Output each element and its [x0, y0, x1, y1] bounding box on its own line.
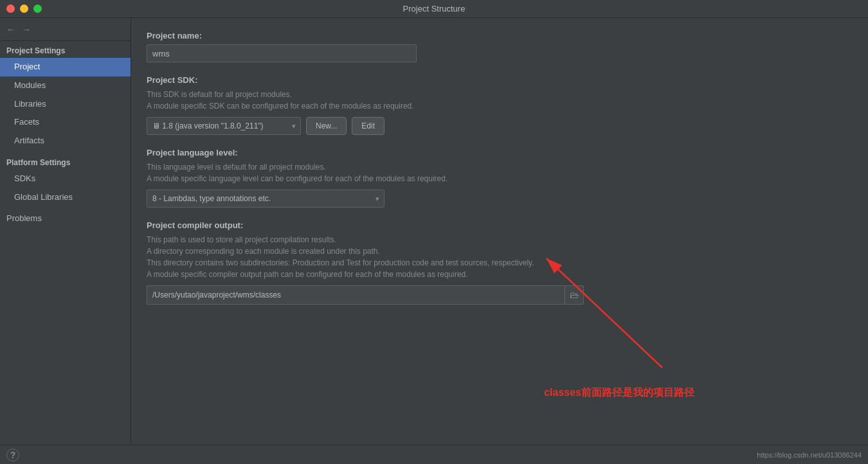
title-bar: Project Structure — [0, 0, 868, 18]
language-level-group: Project language level: This language le… — [147, 148, 853, 208]
sdk-select[interactable]: 🖥 1.8 (java version "1.8.0_211") — [147, 117, 301, 135]
content: Project name: Project SDK: This SDK is d… — [131, 18, 868, 330]
sidebar-item-problems[interactable]: Problems — [0, 207, 131, 228]
platform-settings-header: Platform Settings — [0, 153, 131, 170]
folder-browse-button[interactable]: 🗁 — [565, 285, 584, 305]
maximize-button[interactable] — [33, 4, 42, 13]
sidebar-item-artifacts[interactable]: Artifacts — [0, 132, 131, 150]
project-sdk-group: Project SDK: This SDK is default for all… — [147, 75, 853, 135]
project-name-group: Project name: — [147, 31, 853, 62]
language-level-select-wrapper: 8 - Lambdas, type annotations etc. — [147, 190, 384, 208]
compiler-output-group: Project compiler output: This path is us… — [147, 220, 853, 305]
sidebar-item-modules[interactable]: Modules — [0, 76, 131, 95]
project-sdk-label: Project SDK: — [147, 75, 853, 85]
sidebar-item-project[interactable]: Project — [0, 58, 131, 76]
sidebar-item-sdks[interactable]: SDKs — [0, 170, 131, 188]
forward-arrow[interactable]: → — [22, 24, 31, 35]
language-level-select[interactable]: 8 - Lambdas, type annotations etc. — [147, 190, 384, 208]
compiler-output-row: 🗁 — [147, 285, 853, 305]
back-arrow[interactable]: ← — [6, 24, 15, 35]
sidebar-item-global-libraries[interactable]: Global Libraries — [0, 188, 131, 207]
sdk-edit-button[interactable]: Edit — [352, 117, 384, 135]
language-level-desc: This language level is default for all p… — [147, 161, 853, 184]
main-container: ← → Project Settings Project Modules Lib… — [0, 18, 868, 445]
traffic-lights[interactable] — [6, 4, 42, 13]
sidebar-item-facets[interactable]: Facets — [0, 113, 131, 132]
minimize-button[interactable] — [20, 4, 28, 13]
compiler-output-path-input[interactable] — [147, 285, 565, 305]
content-area-wrapper: Project name: Project SDK: This SDK is d… — [131, 18, 868, 445]
sidebar: ← → Project Settings Project Modules Lib… — [0, 18, 131, 445]
project-sdk-desc: This SDK is default for all project modu… — [147, 89, 853, 112]
help-button[interactable]: ? — [6, 449, 19, 461]
bottom-url: https://blog.csdn.net/u013086244 — [757, 451, 862, 459]
platform-settings-section: Platform Settings SDKs Global Libraries — [0, 153, 131, 207]
close-button[interactable] — [6, 4, 15, 13]
compiler-output-desc: This path is used to store all project c… — [147, 234, 853, 280]
project-settings-header: Project Settings — [0, 41, 131, 58]
sdk-select-wrapper: 🖥 1.8 (java version "1.8.0_211") — [147, 117, 301, 135]
sidebar-item-libraries[interactable]: Libraries — [0, 95, 131, 114]
project-name-input[interactable] — [147, 44, 417, 62]
sdk-row: 🖥 1.8 (java version "1.8.0_211") New... … — [147, 117, 853, 135]
project-name-label: Project name: — [147, 31, 853, 40]
language-level-label: Project language level: — [147, 148, 853, 157]
window-title: Project Structure — [403, 4, 466, 13]
sdk-new-button[interactable]: New... — [306, 117, 347, 135]
nav-controls: ← → — [0, 18, 131, 41]
compiler-output-label: Project compiler output: — [147, 220, 853, 230]
annotation-text: classes前面路径是我的项目路径 — [544, 386, 694, 400]
bottom-bar: ? https://blog.csdn.net/u013086244 — [0, 445, 868, 464]
